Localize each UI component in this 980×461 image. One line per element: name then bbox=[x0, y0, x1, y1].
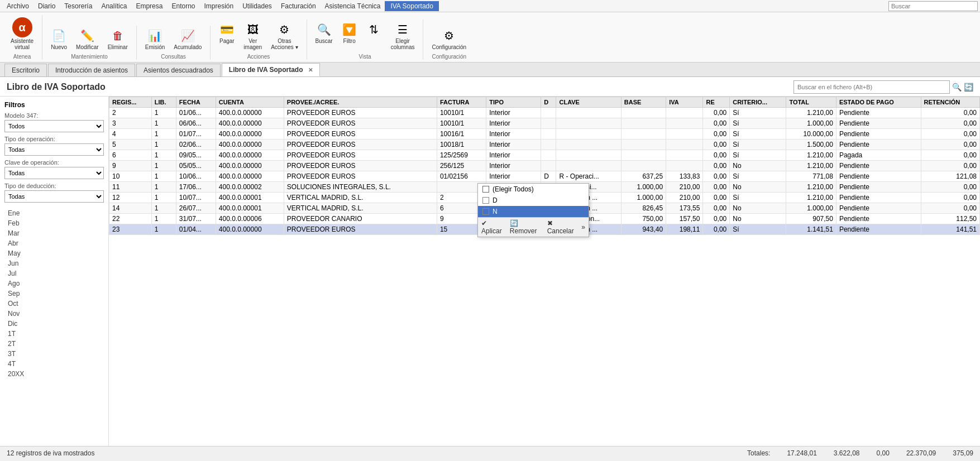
month-item-ene[interactable]: Ene bbox=[4, 208, 104, 218]
btn-acumulado[interactable]: 📈 Acumulado bbox=[170, 26, 205, 52]
col-header-4[interactable]: PROVEE./ACREE. bbox=[284, 97, 437, 108]
menu-bar: Archivo Diario Tesorería Analítica Empre… bbox=[0, 0, 980, 12]
cell-2-8 bbox=[556, 129, 621, 140]
menu-facturacion[interactable]: Facturación bbox=[276, 1, 321, 11]
month-item-feb[interactable]: Feb bbox=[4, 218, 104, 228]
btn-elegir-columnas[interactable]: ☰ Elegircolumnas bbox=[387, 20, 419, 52]
table-row[interactable]: 10110/06...400.0.0.00000PROVEEDOR EUROS0… bbox=[109, 171, 980, 182]
model-select[interactable]: Todos bbox=[4, 120, 104, 132]
checkbox-d[interactable] bbox=[482, 197, 489, 204]
refresh-icon[interactable]: 🔄 bbox=[964, 83, 973, 92]
month-item-jun[interactable]: Jun bbox=[4, 258, 104, 268]
menu-iva-soportado[interactable]: IVA Soportado bbox=[385, 1, 439, 11]
month-item-4t[interactable]: 4T bbox=[4, 359, 104, 369]
month-item-ago[interactable]: Ago bbox=[4, 278, 104, 289]
col-header-7[interactable]: D bbox=[541, 97, 556, 108]
col-header-11[interactable]: RE bbox=[703, 97, 730, 108]
month-item-1t[interactable]: 1T bbox=[4, 329, 104, 339]
month-item-20xx[interactable]: 20XX bbox=[4, 369, 104, 379]
cell-9-1: 1 bbox=[151, 203, 176, 214]
col-header-3[interactable]: CUENTA bbox=[216, 97, 284, 108]
cell-2-10 bbox=[666, 129, 703, 140]
cell-3-1: 1 bbox=[151, 140, 176, 150]
menu-diario[interactable]: Diario bbox=[34, 1, 60, 11]
table-row[interactable]: 5102/06...400.0.0.00000PROVEEDOR EUROS10… bbox=[109, 140, 980, 150]
month-item-oct[interactable]: Oct bbox=[4, 299, 104, 309]
btn-buscar[interactable]: 🔍 Buscar bbox=[312, 20, 337, 52]
dropdown-remover[interactable]: 🔄 Remover bbox=[510, 219, 544, 235]
dropdown-item-d[interactable]: D bbox=[478, 195, 589, 206]
tab-asientos-descuadrados[interactable]: Asientos descuadrados bbox=[136, 64, 221, 76]
dropdown-item-n[interactable]: N bbox=[478, 206, 589, 217]
col-header-0[interactable]: REGIS... bbox=[109, 97, 152, 108]
col-header-10[interactable]: IVA bbox=[666, 97, 703, 108]
col-header-13[interactable]: TOTAL bbox=[786, 97, 836, 108]
month-item-mar[interactable]: Mar bbox=[4, 228, 104, 238]
month-item-dic[interactable]: Dic bbox=[4, 319, 104, 329]
menu-empresa[interactable]: Empresa bbox=[131, 1, 167, 11]
menu-asistencia[interactable]: Asistencia Técnica bbox=[321, 1, 385, 11]
month-item-3t[interactable]: 3T bbox=[4, 349, 104, 359]
col-header-12[interactable]: CRITERIO... bbox=[730, 97, 786, 108]
btn-sort[interactable]: ⇅ bbox=[362, 20, 386, 52]
table-row[interactable]: 3106/06...400.0.0.00000PROVEEDOR EUROS10… bbox=[109, 118, 980, 129]
dropdown-cancelar[interactable]: ✖ Cancelar bbox=[547, 219, 579, 235]
btn-pagar[interactable]: 💳 Pagar bbox=[215, 20, 238, 52]
btn-otras-acciones[interactable]: ⚙ OtrasAcciones ▾ bbox=[267, 20, 302, 52]
col-header-1[interactable]: LIB. bbox=[151, 97, 176, 108]
btn-configuracion[interactable]: ⚙ Configuración bbox=[428, 26, 470, 52]
tab-escritorio[interactable]: Escritorio bbox=[4, 64, 47, 76]
tab-libro-iva-soportado[interactable]: Libro de IVA Soportado ✕ bbox=[222, 63, 320, 76]
btn-asistente-virtual[interactable]: α Asistentevirtual bbox=[7, 15, 37, 52]
menu-impresion[interactable]: Impresión bbox=[199, 1, 238, 11]
col-header-9[interactable]: BASE bbox=[621, 97, 666, 108]
cell-3-2: 02/06... bbox=[176, 140, 216, 150]
month-item-nov[interactable]: Nov bbox=[4, 309, 104, 319]
menu-search-input[interactable] bbox=[888, 1, 978, 11]
tab-introduccion-asientos[interactable]: Introducción de asientos bbox=[48, 64, 135, 76]
menu-tesoreria[interactable]: Tesorería bbox=[60, 1, 97, 11]
dropdown-item-all[interactable]: (Elegir Todos) bbox=[478, 184, 589, 195]
col-header-15[interactable]: RETENCIÓN bbox=[921, 97, 980, 108]
cell-6-11: 0,00 bbox=[703, 171, 730, 182]
btn-ver-imagen[interactable]: 🖼 Verimagen bbox=[240, 20, 266, 52]
col-header-14[interactable]: ESTADO DE PAGO bbox=[836, 97, 921, 108]
checkbox-all[interactable] bbox=[482, 186, 489, 193]
table-row[interactable]: 4101/07...400.0.0.00000PROVEEDOR EUROS10… bbox=[109, 129, 980, 140]
page-search-input[interactable] bbox=[793, 80, 950, 94]
cell-8-3: 400.0.0.00001 bbox=[216, 193, 284, 203]
col-header-2[interactable]: FECHA bbox=[176, 97, 216, 108]
deduction-type-select[interactable]: Todas bbox=[4, 190, 104, 203]
btn-emision[interactable]: 📊 Emisión bbox=[141, 26, 169, 52]
menu-archivo[interactable]: Archivo bbox=[2, 1, 34, 11]
search-icon[interactable]: 🔍 bbox=[952, 83, 962, 92]
table-row[interactable]: 2101/06...400.0.0.00000PROVEEDOR EUROS10… bbox=[109, 108, 980, 118]
tab-close-icon[interactable]: ✕ bbox=[308, 67, 313, 73]
month-item-jul[interactable]: Jul bbox=[4, 268, 104, 278]
operation-type-select[interactable]: Todas bbox=[4, 143, 104, 156]
month-item-sep[interactable]: Sep bbox=[4, 289, 104, 299]
btn-nuevo[interactable]: 📄 Nuevo bbox=[47, 26, 71, 52]
col-header-8[interactable]: CLAVE bbox=[556, 97, 621, 108]
menu-analitica[interactable]: Analítica bbox=[97, 1, 131, 11]
dropdown-apply[interactable]: ✔ Aplicar bbox=[481, 219, 506, 235]
menu-utilidades[interactable]: Utilidades bbox=[238, 1, 276, 11]
btn-filtro[interactable]: 🔽 Filtro bbox=[338, 20, 361, 52]
month-item-may[interactable]: May bbox=[4, 248, 104, 258]
ribbon-section-vista: 🔍 Buscar 🔽 Filtro ⇅ ☰ Elegircolumnas Vis… bbox=[307, 20, 424, 60]
btn-asistente-label: Asistentevirtual bbox=[11, 38, 34, 50]
dropdown-more[interactable]: » bbox=[581, 223, 585, 231]
col-header-6[interactable]: TIPO bbox=[486, 97, 541, 108]
btn-eliminar[interactable]: 🗑 Eliminar bbox=[104, 26, 132, 52]
month-item-2t[interactable]: 2T bbox=[4, 339, 104, 349]
operation-key-select[interactable]: Todas bbox=[4, 167, 104, 179]
month-item-abr[interactable]: Abr bbox=[4, 238, 104, 248]
checkbox-n[interactable] bbox=[482, 208, 489, 215]
table-row[interactable]: 9105/05...400.0.0.00000PROVEEDOR EUROS25… bbox=[109, 161, 980, 171]
btn-modificar[interactable]: ✏️ Modificar bbox=[72, 26, 103, 52]
menu-entorno[interactable]: Entorno bbox=[167, 1, 199, 11]
col-header-5[interactable]: FACTURA bbox=[437, 97, 486, 108]
cell-0-0: 2 bbox=[109, 108, 152, 118]
table-row[interactable]: 6109/05...400.0.0.00000PROVEEDOR EUROS12… bbox=[109, 150, 980, 161]
cell-3-10 bbox=[666, 140, 703, 150]
